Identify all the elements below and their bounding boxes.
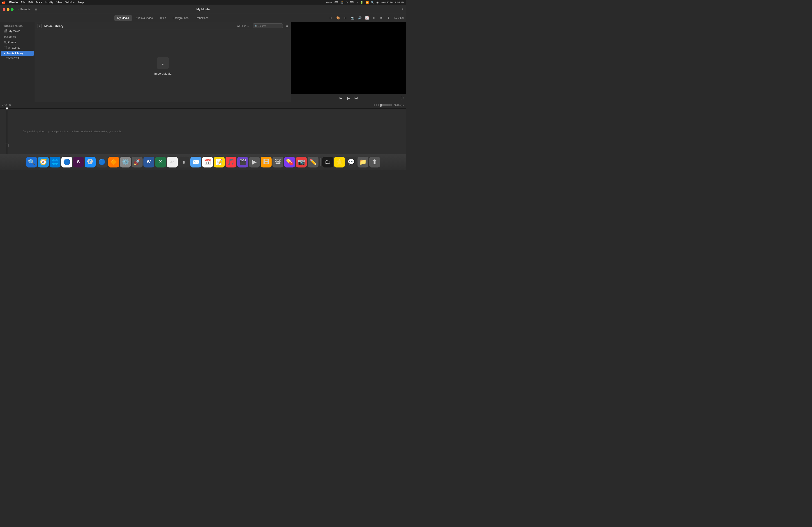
- sidebar-library-label: iMovie Library: [6, 52, 24, 55]
- menu-help[interactable]: Help: [78, 1, 84, 4]
- inspector-crop2-btn[interactable]: ⊞: [342, 15, 349, 21]
- inspector-audio-btn[interactable]: 🔊: [357, 15, 363, 21]
- timeline-zoom-control[interactable]: [374, 104, 392, 107]
- dock-safari[interactable]: 🧭: [38, 157, 49, 167]
- browser-toggle-btn[interactable]: ≡: [37, 24, 42, 28]
- screenflow-icon: ▶: [252, 159, 257, 165]
- dock-trash[interactable]: 🗑: [369, 157, 380, 167]
- excel-icon: X: [159, 160, 162, 164]
- zoom-seg-1: [374, 104, 375, 106]
- inspector-speed-btn[interactable]: 📈: [364, 15, 371, 21]
- inspector-video-btn[interactable]: 📷: [349, 15, 356, 21]
- menu-view[interactable]: View: [56, 1, 62, 4]
- timeline-settings-label[interactable]: Settings: [394, 104, 404, 107]
- tab-my-media[interactable]: My Media: [114, 15, 132, 21]
- dock-calendar[interactable]: 📅: [202, 157, 213, 167]
- sidebar-item-photos[interactable]: 🖼 Photos: [1, 40, 34, 45]
- menu-file[interactable]: File: [21, 1, 25, 4]
- dock-edge[interactable]: 🌐: [49, 157, 60, 167]
- dock-pixelmator[interactable]: ✏️: [308, 157, 318, 167]
- download-button[interactable]: ↓: [40, 7, 44, 12]
- timeline-header: / 00:00 Settings: [0, 102, 406, 108]
- dock-launchpad[interactable]: 🚀: [132, 157, 143, 167]
- browser-search-bar[interactable]: 🔍: [252, 24, 283, 28]
- zoom-seg-3: [378, 104, 379, 106]
- share-button[interactable]: ⬆: [401, 8, 403, 11]
- tab-transitions[interactable]: Transitions: [192, 15, 212, 21]
- img2-icon: 🗂: [325, 159, 331, 165]
- menu-window[interactable]: Window: [66, 1, 75, 4]
- dock-photos[interactable]: 📷: [296, 157, 307, 167]
- menu-extras: ···: [356, 1, 358, 4]
- dock-notes[interactable]: 📝: [214, 157, 224, 167]
- timeline-body: Drag and drop video clips and photos fro…: [0, 108, 406, 154]
- dock-mail[interactable]: ✉️: [190, 157, 201, 167]
- search-input[interactable]: [259, 25, 281, 27]
- apple-menu[interactable]: 🍎: [2, 1, 6, 4]
- dock-finder[interactable]: 🔍: [26, 157, 37, 167]
- siri-icon[interactable]: ◉: [376, 1, 379, 4]
- dock-word[interactable]: W: [143, 157, 154, 167]
- dock-excel[interactable]: X: [155, 157, 166, 167]
- dock-img2[interactable]: 🗂: [322, 157, 333, 167]
- dock-amphetamine[interactable]: 💊: [284, 157, 295, 167]
- play-button[interactable]: ▶: [347, 96, 350, 100]
- projects-back-button[interactable]: ‹ Projects: [17, 7, 32, 12]
- dock-claquette[interactable]: 🎞: [261, 157, 272, 167]
- dock-app2[interactable]: 🔵: [97, 157, 107, 167]
- dock-dash[interactable]: {}: [179, 157, 189, 167]
- skip-back-button[interactable]: ⏮: [339, 96, 343, 100]
- fullscreen-button[interactable]: ⛶: [401, 96, 404, 100]
- zoom-handle[interactable]: [380, 104, 382, 107]
- projects-label: Projects: [20, 8, 30, 11]
- add-clip-button[interactable]: ⊞: [33, 7, 38, 12]
- browser-filter-dropdown[interactable]: All Clips ⌄: [237, 25, 249, 28]
- minimize-button[interactable]: [7, 8, 10, 11]
- tab-titles[interactable]: Titles: [156, 15, 169, 21]
- sidebar-item-my-movie[interactable]: 🎬 My Movie: [1, 28, 34, 34]
- dock-appstore[interactable]: 🅐: [85, 157, 96, 167]
- sidebar-item-date[interactable]: 27-03-2024: [0, 56, 35, 60]
- sidebar: PROJECT MEDIA 🎬 My Movie LIBRARIES 🖼 Pho…: [0, 22, 35, 102]
- dock-finder2[interactable]: 📁: [358, 157, 368, 167]
- menu-imovie[interactable]: iMovie: [9, 1, 18, 4]
- import-media-button[interactable]: ↓: [157, 57, 169, 69]
- dock-preview[interactable]: 🖼: [273, 157, 283, 167]
- tab-audio-video[interactable]: Audio & Video: [133, 15, 156, 21]
- inspector-color-btn[interactable]: 🎨: [335, 15, 342, 21]
- sysprefs-icon: ⚙️: [122, 159, 129, 165]
- dock-chrome[interactable]: 🔵: [61, 157, 72, 167]
- inspector-noise-btn[interactable]: ≋: [378, 15, 385, 21]
- dock-imovie[interactable]: 🎬: [237, 157, 248, 167]
- dock-vlc[interactable]: 🔶: [108, 157, 119, 167]
- launchpad-icon: 🚀: [133, 159, 141, 165]
- maximize-button[interactable]: [11, 8, 14, 11]
- sidebar-item-all-events[interactable]: + All Events: [1, 45, 34, 50]
- close-button[interactable]: [3, 8, 5, 11]
- timeline-time-total: 00:00: [4, 104, 11, 107]
- browser-panel: ≡ iMovie Library All Clips ⌄ 🔍 ⚙ ↓ Impor…: [35, 22, 291, 102]
- dock-screenflow[interactable]: ▶: [249, 157, 260, 167]
- dock-slack[interactable]: S: [73, 157, 84, 167]
- search-menubar-icon[interactable]: 🔍: [371, 1, 374, 4]
- tab-backgrounds[interactable]: Backgrounds: [170, 15, 192, 21]
- download-icon: ↓: [42, 8, 43, 11]
- dock-sysprefs[interactable]: ⚙️: [120, 157, 131, 167]
- dock-dictionary[interactable]: Aa: [167, 157, 178, 167]
- menu-modify[interactable]: Modify: [45, 1, 53, 4]
- dock-imessage[interactable]: 💬: [346, 157, 357, 167]
- menu-mark[interactable]: Mark: [36, 1, 42, 4]
- photos-icon: 🖼: [4, 41, 6, 44]
- dock-music[interactable]: 🎵: [226, 157, 236, 167]
- browser-settings-icon[interactable]: ⚙: [286, 24, 289, 28]
- inspector-stabilize-btn[interactable]: ⊙: [371, 15, 378, 21]
- skip-forward-button[interactable]: ⏭: [354, 96, 358, 100]
- inspector-info-btn[interactable]: ℹ: [385, 15, 392, 21]
- sidebar-item-imovie-library[interactable]: ▾ iMovie Library: [1, 51, 34, 56]
- dock-starred[interactable]: ⭐: [334, 157, 345, 167]
- reset-all-button[interactable]: Reset All: [394, 17, 404, 19]
- sidebar-photos-label: Photos: [8, 41, 16, 44]
- inspector-crop-btn[interactable]: ⊡: [328, 15, 334, 21]
- menu-edit[interactable]: Edit: [28, 1, 33, 4]
- timeline-time-current: /: [2, 104, 3, 107]
